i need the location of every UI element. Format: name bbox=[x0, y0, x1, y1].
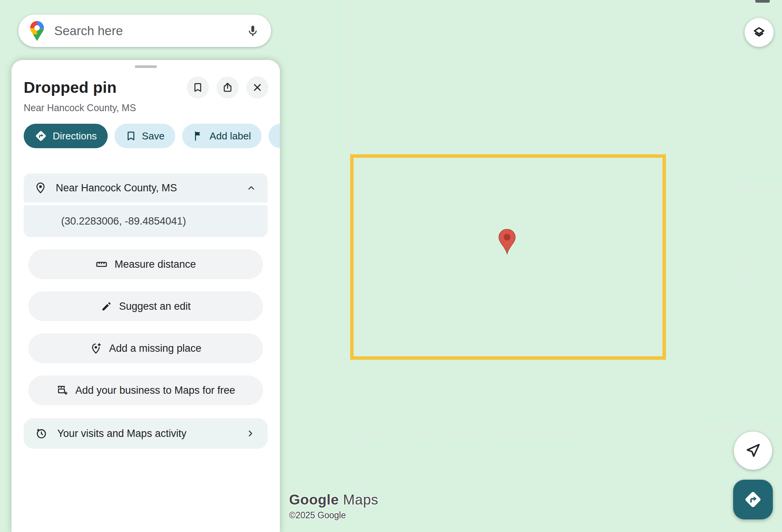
google-maps-logo-icon bbox=[30, 21, 44, 41]
place-subtitle: Near Hancock County, MS bbox=[11, 99, 280, 113]
parcel-line bbox=[737, 190, 782, 191]
search-bar[interactable] bbox=[18, 15, 271, 47]
history-icon bbox=[35, 427, 47, 440]
directions-fab[interactable] bbox=[733, 480, 773, 519]
add-missing-place-label: Add a missing place bbox=[109, 343, 202, 354]
save-chip-label: Save bbox=[142, 130, 165, 142]
bookmark-icon bbox=[125, 130, 137, 142]
suggest-edit-label: Suggest an edit bbox=[119, 301, 191, 312]
coordinates-row[interactable]: (30.2283006, -89.4854041) bbox=[24, 205, 268, 237]
partial-control-top-edge bbox=[755, 0, 770, 3]
close-icon bbox=[252, 82, 263, 93]
visits-activity-row[interactable]: Your visits and Maps activity bbox=[24, 418, 268, 449]
directions-diamond-icon bbox=[743, 490, 763, 509]
share-icon bbox=[222, 82, 233, 93]
parcel-line bbox=[737, 272, 782, 273]
dropped-pin-marker[interactable] bbox=[498, 228, 517, 255]
suggest-edit-button[interactable]: Suggest an edit bbox=[28, 291, 263, 321]
coordinates-value: (30.2283006, -89.4854041) bbox=[61, 215, 186, 227]
storefront-plus-icon bbox=[56, 384, 68, 396]
flag-icon bbox=[193, 130, 204, 142]
copyright-text: ©2025 Google bbox=[289, 510, 378, 521]
add-missing-place-button[interactable]: Add a missing place bbox=[28, 333, 263, 363]
bookmark-icon bbox=[192, 82, 204, 93]
visits-activity-label: Your visits and Maps activity bbox=[57, 428, 186, 440]
parcel-line bbox=[350, 0, 351, 154]
layers-button[interactable] bbox=[745, 18, 774, 47]
drag-handle[interactable] bbox=[135, 65, 157, 68]
save-chip[interactable]: Save bbox=[115, 124, 175, 148]
chevron-right-icon bbox=[245, 428, 256, 439]
directions-chip-label: Directions bbox=[53, 130, 97, 142]
location-row-label: Near Hancock County, MS bbox=[56, 182, 177, 194]
place-details-panel: Dropped pin bbox=[11, 60, 280, 532]
my-location-button[interactable] bbox=[734, 432, 772, 470]
map-watermark: Google Maps ©2025 Google bbox=[289, 492, 378, 521]
layers-icon bbox=[752, 25, 766, 40]
pencil-icon bbox=[101, 301, 112, 312]
search-input[interactable] bbox=[54, 24, 246, 38]
location-row[interactable]: Near Hancock County, MS bbox=[24, 173, 268, 202]
close-button[interactable] bbox=[246, 76, 268, 99]
share-icon bbox=[278, 130, 280, 142]
add-business-button[interactable]: Add your business to Maps for free bbox=[28, 375, 263, 405]
navigation-arrow-icon bbox=[744, 442, 762, 459]
bookmark-button[interactable] bbox=[187, 76, 209, 99]
share-button[interactable] bbox=[217, 76, 239, 99]
google-maps-app: Google Maps ©2025 Google bbox=[0, 0, 782, 532]
add-label-chip-label: Add label bbox=[210, 130, 251, 142]
pin-plus-icon bbox=[90, 342, 102, 354]
action-chips-row: Directions Save Add label bbox=[11, 124, 280, 149]
ruler-icon bbox=[95, 258, 108, 270]
directions-diamond-icon bbox=[34, 129, 47, 142]
measure-distance-label: Measure distance bbox=[115, 259, 196, 270]
parcel-line bbox=[357, 430, 782, 435]
add-business-label: Add your business to Maps for free bbox=[75, 385, 235, 396]
microphone-icon[interactable] bbox=[246, 24, 260, 38]
measure-distance-button[interactable]: Measure distance bbox=[28, 249, 263, 279]
chevron-up-icon[interactable] bbox=[246, 182, 257, 194]
page-title: Dropped pin bbox=[24, 76, 117, 97]
share-chip-partial[interactable] bbox=[268, 124, 280, 148]
watermark-logo: Google Maps bbox=[289, 492, 378, 508]
location-pin-icon bbox=[34, 182, 47, 194]
directions-chip[interactable]: Directions bbox=[24, 124, 108, 148]
county-boundary-highlight bbox=[350, 154, 666, 360]
add-label-chip[interactable]: Add label bbox=[182, 124, 262, 148]
